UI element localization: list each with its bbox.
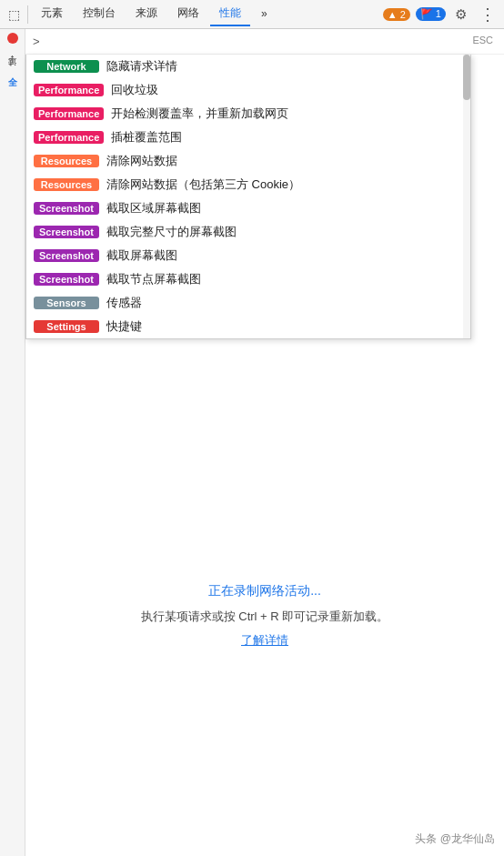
dropdown-item-7[interactable]: Screenshot截取完整尺寸的屏幕截图 bbox=[26, 220, 470, 244]
item-tag-9: Screenshot bbox=[34, 273, 99, 286]
item-tag-10: Sensors bbox=[34, 297, 99, 309]
item-text-5: 清除网站数据（包括第三方 Cookie） bbox=[106, 176, 300, 193]
item-tag-7: Screenshot bbox=[34, 226, 99, 238]
cmd-prompt: > bbox=[33, 35, 40, 48]
item-tag-0: Network bbox=[34, 60, 99, 73]
item-text-6: 截取区域屏幕截图 bbox=[106, 200, 201, 217]
dropdown-item-9[interactable]: Screenshot截取节点屏幕截图 bbox=[26, 267, 470, 291]
item-tag-5: Resources bbox=[34, 178, 99, 191]
item-tag-8: Screenshot bbox=[34, 249, 99, 262]
dropdown-item-8[interactable]: Screenshot截取屏幕截图 bbox=[26, 244, 470, 267]
separator bbox=[27, 5, 28, 24]
recording-status: 正在录制网络活动... bbox=[208, 583, 321, 599]
item-tag-3: Performance bbox=[34, 131, 104, 144]
item-tag-11: Settings bbox=[34, 320, 99, 333]
item-text-9: 截取节点屏幕截图 bbox=[106, 271, 201, 287]
dropdown-item-4[interactable]: Resources清除网站数据 bbox=[26, 149, 470, 173]
upload-icon[interactable]: ↑ bbox=[2, 47, 24, 69]
item-text-11: 快捷键 bbox=[106, 318, 142, 335]
scrollbar-thumb[interactable] bbox=[463, 55, 470, 100]
item-text-4: 清除网站数据 bbox=[106, 153, 177, 169]
learn-more-link[interactable]: 了解详情 bbox=[241, 632, 288, 649]
item-text-3: 插桩覆盖范围 bbox=[111, 129, 182, 146]
command-input-area: > ESC bbox=[25, 29, 504, 55]
dropdown-item-5[interactable]: Resources清除网站数据（包括第三方 Cookie） bbox=[26, 173, 470, 196]
settings-button[interactable]: ⚙ bbox=[449, 3, 472, 26]
scrollbar-track[interactable] bbox=[463, 55, 470, 338]
toolbar: ⬚ 元素 控制台 来源 网络 性能 » ▲ 2 🚩 1 ⚙ ⋮ bbox=[0, 0, 504, 29]
cursor-icon[interactable]: ⬚ bbox=[4, 5, 24, 25]
network-recording-area: 正在录制网络活动... 执行某项请求或按 Ctrl + R 即可记录重新加载。 … bbox=[25, 375, 504, 856]
item-text-10: 传感器 bbox=[106, 295, 142, 311]
tab-console[interactable]: 控制台 bbox=[74, 2, 125, 26]
item-tag-2: Performance bbox=[34, 107, 104, 120]
main-content: > ESC Network隐藏请求详情Performance回收垃圾Perfor… bbox=[25, 29, 504, 856]
warning-badge[interactable]: ▲ 2 bbox=[383, 8, 410, 21]
info-badge[interactable]: 🚩 1 bbox=[416, 7, 446, 21]
network-description: 执行某项请求或按 Ctrl + R 即可记录重新加载。 bbox=[141, 609, 389, 625]
item-text-7: 截取完整尺寸的屏幕截图 bbox=[106, 224, 237, 240]
tab-more[interactable]: » bbox=[252, 4, 277, 25]
dropdown-item-6[interactable]: Screenshot截取区域屏幕截图 bbox=[26, 196, 470, 220]
dropdown-item-0[interactable]: Network隐藏请求详情 bbox=[26, 55, 470, 78]
dropdown-item-3[interactable]: Performance插桩覆盖范围 bbox=[26, 126, 470, 149]
watermark: 头条 @龙华仙岛 bbox=[415, 831, 495, 847]
tab-sources[interactable]: 来源 bbox=[126, 2, 166, 26]
item-tag-4: Resources bbox=[34, 155, 99, 167]
tab-network[interactable]: 网络 bbox=[168, 2, 208, 26]
dropdown-item-11[interactable]: Settings快捷键 bbox=[26, 315, 470, 338]
esc-hint: ESC bbox=[472, 35, 493, 45]
all-filter[interactable]: 全 bbox=[8, 76, 17, 89]
left-sidebar: ↑ 过滤 全 bbox=[0, 29, 25, 856]
dropdown-item-1[interactable]: Performance回收垃圾 bbox=[26, 78, 470, 102]
more-options-button[interactable]: ⋮ bbox=[474, 1, 500, 28]
item-text-2: 开始检测覆盖率，并重新加载网页 bbox=[111, 106, 288, 122]
item-text-0: 隐藏请求详情 bbox=[106, 58, 177, 75]
record-button[interactable] bbox=[7, 33, 18, 44]
tab-performance[interactable]: 性能 bbox=[210, 2, 250, 26]
item-tag-1: Performance bbox=[34, 84, 104, 96]
item-text-1: 回收垃圾 bbox=[111, 82, 158, 98]
command-dropdown: Network隐藏请求详情Performance回收垃圾Performance开… bbox=[25, 55, 471, 339]
item-text-8: 截取屏幕截图 bbox=[106, 247, 177, 264]
tab-elements[interactable]: 元素 bbox=[32, 2, 72, 26]
item-tag-6: Screenshot bbox=[34, 202, 99, 215]
dropdown-item-10[interactable]: Sensors传感器 bbox=[26, 291, 470, 315]
dropdown-item-2[interactable]: Performance开始检测覆盖率，并重新加载网页 bbox=[26, 102, 470, 126]
